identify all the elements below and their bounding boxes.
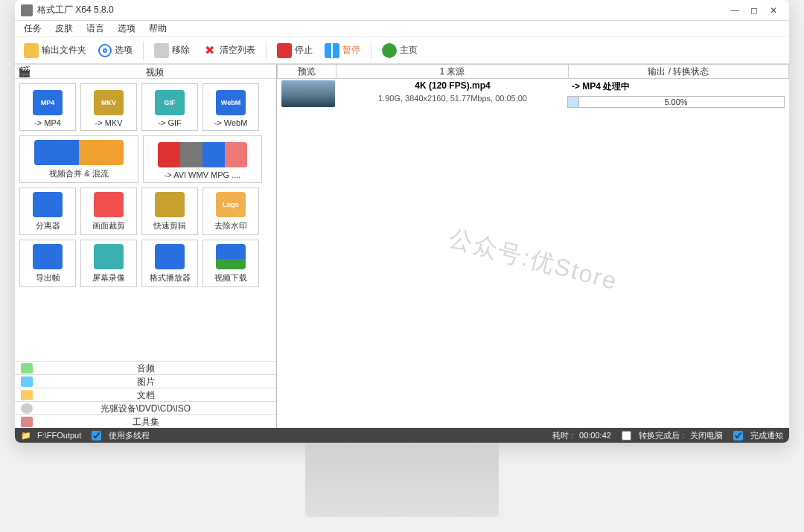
watermark: 公众号:优Store xyxy=(445,222,622,298)
menu-help[interactable]: 帮助 xyxy=(143,21,173,36)
category-disc[interactable]: 光驱设备\DVD\CD\ISO xyxy=(15,401,276,414)
category-document[interactable]: 文档 xyxy=(15,388,276,401)
globe-icon xyxy=(382,43,397,58)
header-source[interactable]: 1 来源 xyxy=(336,64,569,79)
window-title: 格式工厂 X64 5.8.0 xyxy=(37,4,114,16)
after-done-action[interactable]: 关闭电脑 xyxy=(690,430,723,441)
video-icon: 🎬 xyxy=(15,65,33,78)
stop-button[interactable]: 停止 xyxy=(272,40,317,61)
tool-icon xyxy=(155,192,185,217)
menu-task[interactable]: 任务 xyxy=(18,21,48,36)
tool-label: -> GIF xyxy=(158,118,181,127)
tool-icon: GIF xyxy=(155,90,185,115)
toolbar-separator xyxy=(143,42,144,60)
pause-button[interactable]: 暂停 xyxy=(320,40,365,61)
file-list: 4K (120 FPS).mp4 1.90G, 3840x2160, 51.77… xyxy=(277,79,789,428)
home-button[interactable]: 主页 xyxy=(377,40,422,61)
tool-11[interactable]: 屏幕录像 xyxy=(80,240,137,287)
tool-label: -> WebM xyxy=(214,118,248,127)
tool-icon: WebM xyxy=(216,90,246,115)
header-status[interactable]: 输出 / 转换状态 xyxy=(569,64,789,79)
tool-9[interactable]: Logo去除水印 xyxy=(202,188,259,235)
tool-icon xyxy=(33,244,63,269)
clear-icon: ✖ xyxy=(202,43,217,58)
tool-2[interactable]: GIF-> GIF xyxy=(141,83,198,131)
elapsed-label: 耗时 : xyxy=(552,430,573,441)
minimize-button[interactable]: — xyxy=(725,4,744,17)
menu-skin[interactable]: 皮肤 xyxy=(49,21,79,36)
options-icon xyxy=(98,44,112,57)
maximize-button[interactable]: ◻ xyxy=(744,4,764,17)
audio-icon xyxy=(21,363,33,374)
clear-list-button[interactable]: ✖清空列表 xyxy=(197,40,260,61)
tool-icon xyxy=(94,244,124,269)
toolkit-icon xyxy=(21,417,33,427)
close-button[interactable]: ✕ xyxy=(764,4,783,17)
status-bar: 📁 F:\FFOutput 使用多线程 耗时 : 00:00:42 转换完成后 … xyxy=(15,428,789,443)
tool-icon xyxy=(158,142,247,167)
progress-text: 5.00% xyxy=(568,97,784,107)
tool-label: 视频合并 & 混流 xyxy=(49,168,108,179)
after-done-label: 转换完成后 : xyxy=(639,430,684,441)
remove-button[interactable]: 移除 xyxy=(150,40,194,61)
header-preview[interactable]: 预览 xyxy=(277,64,336,79)
tool-label: 画面裁剪 xyxy=(92,220,125,231)
done-notify-label: 完成通知 xyxy=(750,430,783,441)
elapsed-value: 00:00:42 xyxy=(579,431,611,440)
tool-label: 去除水印 xyxy=(214,220,247,231)
progress-bar: 5.00% xyxy=(567,96,785,108)
file-info: 1.90G, 3840x2160, 51.77Mbps, 00:05:00 xyxy=(338,94,567,103)
tool-6[interactable]: 分离器 xyxy=(19,188,76,235)
tool-label: 视频下载 xyxy=(214,272,247,283)
right-panel: 预览 1 来源 输出 / 转换状态 4K (120 FPS).mp4 1.90G… xyxy=(277,64,789,428)
tool-label: 屏幕录像 xyxy=(92,272,125,283)
multithread-checkbox[interactable] xyxy=(92,431,101,440)
category-toolkit[interactable]: 工具集 xyxy=(15,414,276,428)
menu-language[interactable]: 语言 xyxy=(80,21,110,36)
options-button[interactable]: 选项 xyxy=(94,40,137,61)
menu-options[interactable]: 选项 xyxy=(112,21,141,36)
tool-13[interactable]: 视频下载 xyxy=(202,240,259,287)
category-audio[interactable]: 音频 xyxy=(15,361,276,374)
disc-icon xyxy=(21,403,33,414)
tool-icon xyxy=(155,244,185,269)
toolbar: 输出文件夹 选项 移除 ✖清空列表 停止 暂停 主页 xyxy=(15,37,789,64)
output-path[interactable]: F:\FFOutput xyxy=(37,431,81,440)
left-panel: 🎬视频 MP4-> MP4MKV-> MKVGIF-> GIFWebM-> We… xyxy=(15,64,277,428)
category-video-header[interactable]: 🎬视频 xyxy=(15,64,276,79)
tool-label: 分离器 xyxy=(36,220,60,231)
tool-12[interactable]: 格式播放器 xyxy=(141,240,198,287)
done-notify-checkbox[interactable] xyxy=(733,431,743,440)
tool-label: -> MKV xyxy=(95,118,123,127)
tool-0[interactable]: MP4-> MP4 xyxy=(19,83,76,131)
category-image[interactable]: 图片 xyxy=(15,374,276,388)
tool-3[interactable]: WebM-> WebM xyxy=(202,83,259,131)
tool-1[interactable]: MKV-> MKV xyxy=(80,83,137,131)
stop-icon xyxy=(277,43,292,58)
tool-icon: MKV xyxy=(94,90,124,115)
folder-open-icon[interactable]: 📁 xyxy=(21,431,31,440)
image-icon xyxy=(21,376,33,387)
file-thumbnail xyxy=(281,80,335,107)
pause-icon xyxy=(325,43,339,58)
remove-icon xyxy=(154,43,169,58)
toolbar-separator xyxy=(371,42,371,60)
tool-5[interactable]: -> AVI WMV MPG .... xyxy=(143,135,262,183)
tool-7[interactable]: 画面裁剪 xyxy=(80,188,137,235)
tool-label: 格式播放器 xyxy=(150,272,191,283)
file-name: 4K (120 FPS).mp4 xyxy=(338,80,567,91)
menu-bar: 任务 皮肤 语言 选项 帮助 xyxy=(15,21,789,37)
tool-8[interactable]: 快速剪辑 xyxy=(141,188,198,235)
after-done-checkbox[interactable] xyxy=(622,431,631,440)
video-tools-grid: MP4-> MP4MKV-> MKVGIF-> GIFWebM-> WebM视频… xyxy=(15,79,276,361)
tool-label: 快速剪辑 xyxy=(153,220,186,231)
tool-icon: Logo xyxy=(216,192,246,217)
tool-4[interactable]: 视频合并 & 混流 xyxy=(19,135,138,183)
tool-label: -> MP4 xyxy=(34,118,61,127)
app-icon xyxy=(21,4,33,16)
tool-10[interactable]: 导出帧 xyxy=(19,240,76,287)
output-folder-button[interactable]: 输出文件夹 xyxy=(19,40,91,61)
file-row[interactable]: 4K (120 FPS).mp4 1.90G, 3840x2160, 51.77… xyxy=(281,80,785,110)
toolbar-separator xyxy=(266,42,267,60)
file-status-label: -> MP4 处理中 xyxy=(567,80,785,93)
